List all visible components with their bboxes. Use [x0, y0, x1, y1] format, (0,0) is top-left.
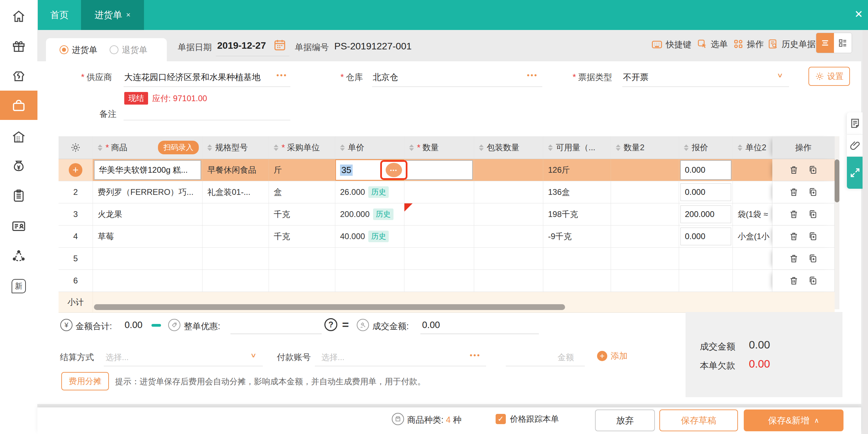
copy-row-icon[interactable] [808, 209, 818, 219]
warehouse-more-icon[interactable]: ••• [527, 71, 538, 80]
product-cell[interactable] [93, 270, 203, 292]
column-settings-cell[interactable] [59, 136, 93, 159]
select-order-button[interactable]: 选单 [696, 38, 728, 50]
save-draft-button[interactable]: 保存草稿 [659, 409, 738, 431]
date-value[interactable]: 2019-12-27 [217, 40, 266, 51]
shortcut-keys-button[interactable]: 快捷键 [651, 38, 691, 50]
header-spec[interactable]: 规格型号 [203, 136, 269, 159]
cancel-button[interactable]: 放弃 [595, 409, 655, 431]
settlement-method-select[interactable]: 选择... [106, 352, 129, 363]
tab-purchase-order[interactable]: 进货单 × [81, 0, 144, 30]
history-badge[interactable]: 历史 [373, 208, 393, 220]
sort-icon[interactable] [409, 144, 414, 151]
invoice-type-select[interactable]: 不开票 [623, 72, 648, 83]
unit-cell[interactable]: 千克 [269, 226, 335, 247]
header-product[interactable]: * 商品 扫码录入 [93, 136, 203, 159]
spec-cell[interactable] [203, 270, 269, 292]
settings-button[interactable]: 设置 [808, 67, 850, 86]
sidebar-item-share[interactable] [0, 245, 37, 267]
product-cell[interactable]: 费列罗（FERRERO）巧... [93, 181, 203, 203]
header-unit2[interactable]: 单位2 [733, 136, 772, 159]
price-track-option[interactable]: ✓ 价格跟踪本单 [496, 414, 559, 424]
tab-home[interactable]: 首页 [38, 0, 81, 30]
copy-row-icon[interactable] [808, 231, 818, 242]
quote-cell[interactable] [679, 248, 733, 269]
scan-entry-button[interactable]: 扫码录入 [158, 141, 199, 154]
account-more-icon[interactable]: ••• [470, 351, 481, 360]
operations-button[interactable]: 操作 [733, 38, 764, 50]
unit-cell[interactable]: 千克 [269, 203, 335, 225]
copy-row-icon[interactable] [808, 276, 818, 286]
pack-cell[interactable] [474, 226, 543, 247]
unit-cell[interactable] [269, 270, 335, 292]
spec-cell[interactable] [203, 248, 269, 269]
quote-cell[interactable]: 0.000 [679, 159, 733, 181]
page-scrollbar[interactable] [863, 30, 868, 434]
discount-input[interactable] [230, 321, 322, 334]
product-input[interactable]: 华美华夫软饼1200g 糕... [94, 160, 201, 180]
radio-return-order[interactable]: 退货单 [110, 44, 147, 56]
copy-row-icon[interactable] [808, 253, 818, 264]
quote-input[interactable]: 200.000 [680, 205, 731, 223]
pack-cell[interactable] [474, 203, 543, 225]
sidebar-item-sales[interactable] [0, 65, 37, 87]
quote-input[interactable]: 0.000 [680, 228, 731, 245]
history-badge[interactable]: 历史 [368, 231, 389, 242]
ellipsis-button[interactable]: ••• [386, 163, 402, 177]
unit2-cell[interactable] [733, 270, 772, 292]
spec-cell[interactable]: 早餐休闲食品 [203, 159, 269, 181]
delete-row-icon[interactable] [789, 165, 799, 175]
unit2-cell[interactable]: 袋(1袋 ≈ [733, 203, 772, 225]
quote-input[interactable]: 0.000 [680, 160, 732, 180]
window-close-icon[interactable]: ✕ [854, 8, 863, 20]
sort-icon[interactable] [616, 144, 621, 151]
supplier-input[interactable]: 大连花园口经济区景和水果种植基地 [124, 72, 274, 83]
unit-cell[interactable]: 斤 [269, 159, 335, 181]
sidebar-item-orders[interactable] [0, 185, 37, 206]
spec-cell[interactable] [203, 226, 269, 247]
sort-icon[interactable] [684, 144, 689, 151]
product-cell[interactable]: 草莓 [93, 226, 203, 247]
header-pack[interactable]: 包装数量 [474, 136, 543, 159]
delete-row-icon[interactable] [789, 276, 799, 286]
save-and-new-button[interactable]: 保存&新增 ∧ [744, 409, 843, 431]
sidebar-item-gift[interactable] [0, 35, 37, 57]
calendar-icon[interactable] [273, 38, 287, 53]
sidebar-item-finance[interactable] [0, 155, 37, 177]
quote-cell[interactable]: 200.000 [679, 203, 733, 225]
header-price[interactable]: 单价 [335, 136, 404, 159]
price-input[interactable]: 35 ••• [335, 159, 404, 181]
payment-account-select[interactable]: 选择... [321, 352, 344, 363]
qty-input[interactable] [405, 160, 473, 180]
header-qty[interactable]: *数量 [404, 136, 474, 159]
supplier-more-icon[interactable]: ••• [276, 71, 287, 80]
quote-cell[interactable]: 0.000 [679, 181, 733, 203]
note-panel-button[interactable] [847, 112, 863, 135]
quote-input[interactable]: 0.000 [680, 183, 731, 201]
delete-row-icon[interactable] [789, 253, 799, 264]
product-cell[interactable]: 火龙果 [93, 203, 203, 225]
sort-icon[interactable] [548, 144, 553, 151]
chevron-down-icon[interactable]: ∨ [777, 72, 783, 79]
sort-icon[interactable] [274, 144, 278, 151]
sort-icon[interactable] [98, 144, 102, 151]
pack-cell[interactable] [474, 181, 543, 203]
sidebar-item-contacts[interactable] [0, 215, 37, 237]
sort-icon[interactable] [340, 144, 345, 151]
vertical-scrollbar-thumb[interactable] [835, 159, 839, 202]
unit2-cell[interactable]: 小盒(1小 [733, 226, 772, 247]
copy-row-icon[interactable] [808, 187, 818, 197]
spec-cell[interactable] [203, 203, 269, 225]
history-orders-button[interactable]: 历史单据 [767, 38, 816, 50]
checkbox-checked-icon[interactable]: ✓ [496, 414, 506, 424]
delete-row-icon[interactable] [789, 187, 799, 197]
chevron-down-icon[interactable]: ∨ [250, 352, 257, 359]
unit-cell[interactable]: 盒 [269, 181, 335, 203]
tab-close-icon[interactable]: × [126, 11, 131, 19]
product-cell[interactable]: 华美华夫软饼1200g 糕... [93, 159, 203, 181]
header-qty2[interactable]: 数量2 [611, 136, 679, 159]
quote-cell[interactable]: 0.000 [679, 226, 733, 247]
pack-cell[interactable] [474, 270, 543, 292]
qty-cell[interactable] [404, 181, 474, 203]
unit-cell[interactable] [269, 248, 335, 269]
